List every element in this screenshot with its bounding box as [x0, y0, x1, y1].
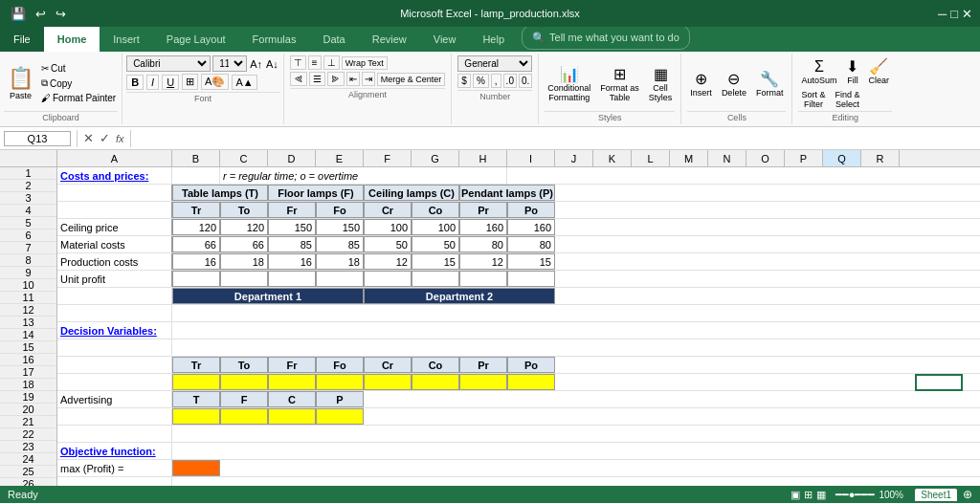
tab-data[interactable]: Data [309, 27, 358, 52]
cell-unit-profit-label[interactable]: Unit profit [57, 271, 172, 287]
cell-co-material[interactable]: 50 [412, 236, 459, 252]
normal-view-icon[interactable]: ▣ [791, 489, 800, 497]
col-header-o[interactable]: O [746, 150, 785, 166]
cell-tr-ceiling[interactable]: 120 [172, 219, 220, 235]
tab-insert[interactable]: Insert [100, 27, 153, 52]
cell-co-profit[interactable] [412, 271, 459, 287]
minimize-icon[interactable]: ─ [938, 7, 947, 21]
col-header-p[interactable]: P [785, 150, 823, 166]
insert-function-icon[interactable]: fx [116, 133, 124, 144]
cell-dv-to[interactable]: To [220, 357, 268, 373]
tab-formulas[interactable]: Formulas [239, 27, 310, 52]
format-button[interactable]: 🔧 Format [753, 68, 787, 99]
cell-fo-header[interactable]: Fo [316, 202, 364, 218]
undo-icon[interactable]: ↩ [33, 5, 49, 23]
cell-cr-prod[interactable]: 12 [364, 253, 412, 270]
cell-a8[interactable] [57, 288, 172, 304]
percent-icon[interactable]: % [473, 74, 489, 88]
cell-a3[interactable] [57, 202, 172, 218]
clear-button[interactable]: 🧹 Clear [865, 55, 892, 87]
cell-units-to[interactable] [220, 374, 268, 390]
cell-max-profit-value[interactable] [172, 460, 220, 476]
cell-cr-header[interactable]: Cr [364, 202, 412, 218]
row-header-19[interactable]: 19 [0, 391, 56, 404]
cell-pendant-lamps-header[interactable]: Pendant lamps (P) [459, 185, 555, 201]
row-header-11[interactable]: 11 [0, 292, 56, 304]
cell-dv-fr[interactable]: Fr [268, 357, 316, 373]
cell-pr-ceiling[interactable]: 160 [459, 219, 507, 235]
cell-cr-ceiling[interactable]: 100 [364, 219, 412, 235]
cell-table-lamps-header[interactable]: Table lamps (T) [172, 185, 268, 201]
add-sheet-icon[interactable]: ⊕ [963, 488, 972, 496]
tab-review[interactable]: Review [359, 27, 420, 52]
format-as-table-button[interactable]: ⊞ Format asTable [597, 63, 642, 104]
cell-material-costs-label[interactable]: Material costs [57, 236, 172, 252]
row-header-24[interactable]: 24 [0, 453, 56, 466]
border-icon[interactable]: ⊞ [182, 74, 198, 90]
align-center-icon[interactable]: ☰ [309, 72, 325, 86]
cell-dv-cr[interactable]: Cr [364, 357, 412, 373]
indent-increase-icon[interactable]: ⇥ [362, 72, 375, 86]
col-header-k[interactable]: K [593, 150, 632, 166]
cell-co-header[interactable]: Co [412, 202, 459, 218]
row-header-2[interactable]: 2 [0, 180, 56, 192]
formula-input[interactable] [133, 132, 980, 145]
cell-to-prod[interactable]: 18 [220, 253, 268, 270]
cell-adv-val-c[interactable] [268, 408, 316, 425]
merge-center-button[interactable]: Merge & Center [377, 73, 446, 86]
row-header-3[interactable]: 3 [0, 192, 56, 205]
fill-color-icon[interactable]: A🎨 [201, 74, 229, 90]
cell-units-fo[interactable] [316, 374, 364, 390]
cell-co-prod[interactable]: 15 [412, 253, 459, 270]
cell-dv-po[interactable]: Po [507, 357, 555, 373]
cell-production-costs-label[interactable]: Production costs [57, 253, 172, 270]
row-header-4[interactable]: 4 [0, 205, 56, 217]
cell-po-material[interactable]: 80 [507, 236, 555, 252]
italic-button[interactable]: I [146, 75, 159, 90]
row-header-8[interactable]: 8 [0, 254, 56, 267]
col-header-l[interactable]: L [632, 150, 670, 166]
cell-decision-vars-label[interactable]: Decision Variables: [57, 322, 172, 339]
cell-fr-profit[interactable] [268, 271, 316, 287]
cell-tr-prod[interactable]: 16 [172, 253, 220, 270]
cell-dv-tr[interactable]: Tr [172, 357, 220, 373]
cell-adv-val-f[interactable] [220, 408, 268, 425]
cell-adv-val-p[interactable] [316, 408, 364, 425]
col-header-q[interactable]: Q [823, 150, 861, 166]
col-header-f[interactable]: F [364, 150, 412, 166]
fill-button[interactable]: ⬇ Fill [843, 55, 861, 87]
cell-po-header[interactable]: Po [507, 202, 555, 218]
cell-a12[interactable] [57, 357, 172, 373]
cell-adv-t[interactable]: T [172, 391, 220, 407]
cell-advertising-label[interactable]: Advertising [57, 391, 172, 407]
conditional-formatting-button[interactable]: 📊 ConditionalFormatting [545, 63, 593, 104]
cell-po-prod[interactable]: 15 [507, 253, 555, 270]
col-header-d[interactable]: D [268, 150, 316, 166]
col-header-i[interactable]: I [507, 150, 555, 166]
row-header-12[interactable]: 12 [0, 304, 56, 317]
cell-units-tr[interactable] [172, 374, 220, 390]
currency-icon[interactable]: $ [457, 74, 471, 88]
col-header-m[interactable]: M [670, 150, 708, 166]
sort-filter-button[interactable]: Sort &Filter [798, 89, 828, 110]
cell-dv-pr[interactable]: Pr [459, 357, 507, 373]
col-header-c[interactable]: C [220, 150, 268, 166]
cell-units-pr[interactable] [459, 374, 507, 390]
cell-to-header[interactable]: To [220, 202, 268, 218]
cell-dept2-header[interactable]: Department 2 [364, 288, 555, 304]
cell-adv-val-t[interactable] [172, 408, 220, 425]
cell-units-cr[interactable] [364, 374, 412, 390]
decimal-increase-icon[interactable]: .0 [503, 74, 517, 88]
insert-button[interactable]: ⊕ Insert [687, 68, 715, 99]
cell-co-ceiling[interactable]: 100 [412, 219, 459, 235]
tab-view[interactable]: View [420, 27, 470, 52]
row-header-15[interactable]: 15 [0, 341, 56, 354]
maximize-icon[interactable]: □ [950, 7, 958, 21]
copy-button[interactable]: ⧉ Copy [39, 77, 118, 90]
paste-button[interactable]: 📋 Paste [4, 64, 37, 102]
row-header-25[interactable]: 25 [0, 466, 56, 478]
row-header-20[interactable]: 20 [0, 404, 56, 416]
cell-units-po[interactable] [507, 374, 555, 390]
cell-to-ceiling[interactable]: 120 [220, 219, 268, 235]
row-header-16[interactable]: 16 [0, 354, 56, 366]
